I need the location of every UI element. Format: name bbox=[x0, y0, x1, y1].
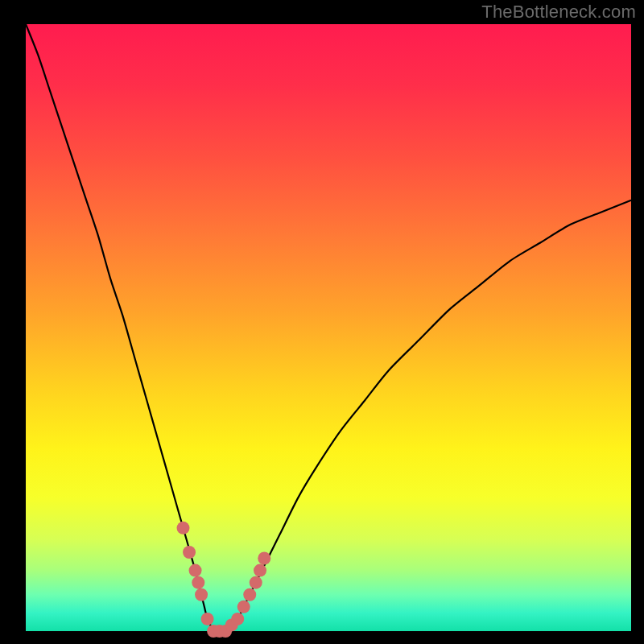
curve-marker-dot bbox=[243, 588, 256, 601]
curve-marker-dot bbox=[254, 564, 266, 577]
curve-marker-dot bbox=[231, 613, 244, 625]
watermark-text: TheBottleneck.com bbox=[481, 2, 636, 23]
curve-marker-dot bbox=[258, 552, 270, 565]
chart-frame: TheBottleneck.com bbox=[0, 0, 644, 644]
curve-marker-dot bbox=[183, 546, 196, 559]
plot-background bbox=[26, 24, 631, 631]
curve-marker-dot bbox=[201, 613, 214, 625]
curve-marker-dot bbox=[189, 564, 202, 577]
curve-marker-dot bbox=[250, 576, 262, 589]
bottleneck-curve-chart bbox=[0, 0, 644, 644]
curve-marker-dot bbox=[192, 576, 204, 589]
curve-marker-dot bbox=[177, 522, 190, 535]
curve-marker-dot bbox=[237, 601, 250, 613]
curve-marker-dot bbox=[195, 588, 208, 601]
